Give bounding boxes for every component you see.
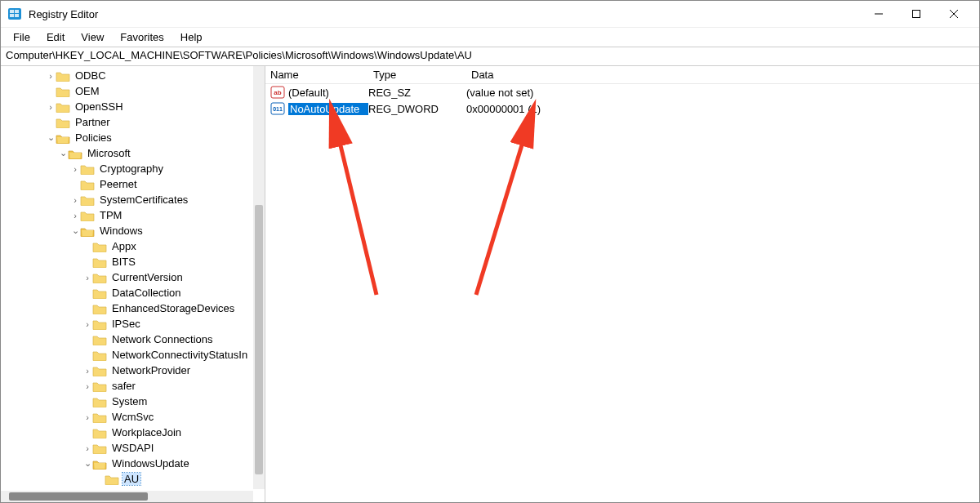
tree-node-system[interactable]: System: [1, 394, 265, 409]
chevron-down-icon: ⌄: [70, 225, 80, 236]
tree-node-windows[interactable]: ⌄Windows: [1, 223, 265, 238]
tree-node-openssh[interactable]: ›OpenSSH: [1, 99, 265, 114]
tree-node-bits[interactable]: BITS: [1, 254, 265, 269]
tree-node-netconn[interactable]: Network Connections: [1, 332, 265, 347]
folder-icon: [92, 365, 107, 376]
close-button[interactable]: [935, 1, 973, 27]
value-row[interactable]: NoAutoUpdate REG_DWORD 0x00000001 (1): [265, 100, 979, 117]
tree-node-safer[interactable]: ›safer: [1, 378, 265, 394]
address-bar[interactable]: Computer\HKEY_LOCAL_MACHINE\SOFTWARE\Pol…: [1, 47, 979, 66]
menu-view[interactable]: View: [74, 29, 111, 45]
values-pane: Name Type Data (Default) REG_SZ (value n…: [265, 66, 979, 502]
menu-file[interactable]: File: [6, 29, 38, 45]
chevron-down-icon: ⌄: [58, 148, 68, 158]
folder-icon: [80, 194, 95, 206]
tree-horizontal-scrollbar[interactable]: [1, 491, 253, 502]
tree-node-cryptography[interactable]: ›Cryptography: [1, 161, 265, 176]
tree-node-wsdapi[interactable]: ›WSDAPI: [1, 440, 265, 456]
chevron-right-icon: ›: [82, 443, 92, 453]
folder-icon: [56, 101, 70, 113]
svg-line-14: [476, 118, 530, 295]
tree-node-policies[interactable]: ⌄Policies: [1, 130, 265, 145]
reg-dword-icon: [270, 102, 285, 115]
registry-tree[interactable]: ›ODBC OEM ›OpenSSH Partner ⌄Policies ⌄Mi…: [1, 66, 265, 489]
value-name: (Default): [288, 87, 368, 99]
chevron-right-icon: ›: [70, 211, 80, 220]
tree-node-currentversion[interactable]: ›CurrentVersion: [1, 269, 265, 285]
folder-icon: [80, 210, 95, 221]
value-type: REG_SZ: [368, 87, 466, 99]
tree-node-odbc[interactable]: ›ODBC: [1, 68, 265, 83]
scrollbar-thumb[interactable]: [255, 205, 263, 474]
folder-open-icon: [92, 458, 107, 470]
reg-sz-icon: [270, 86, 285, 99]
list-header: Name Type Data: [265, 66, 979, 84]
folder-open-icon: [56, 132, 70, 144]
tree-vertical-scrollbar[interactable]: [253, 66, 265, 489]
tree-node-ipsec[interactable]: ›IPSec: [1, 316, 265, 332]
tree-node-windowsupdate[interactable]: ⌄WindowsUpdate: [1, 456, 265, 471]
chevron-right-icon: ›: [70, 195, 80, 205]
registry-editor-window: Registry Editor File Edit View Favorites…: [0, 0, 980, 503]
tree-node-tpm[interactable]: ›TPM: [1, 207, 265, 223]
folder-icon: [92, 272, 107, 283]
tree-node-esd[interactable]: EnhancedStorageDevices: [1, 300, 265, 316]
folder-icon: [92, 443, 107, 454]
chevron-right-icon: ›: [82, 412, 92, 422]
values-list: (Default) REG_SZ (value not set) NoAutoU…: [265, 84, 979, 117]
tree-node-netprovider[interactable]: ›NetworkProvider: [1, 363, 265, 378]
column-header-data[interactable]: Data: [466, 69, 979, 81]
folder-icon: [92, 334, 107, 345]
folder-icon: [92, 412, 107, 423]
value-data: 0x00000001 (1): [466, 103, 979, 115]
value-row[interactable]: (Default) REG_SZ (value not set): [265, 84, 979, 100]
folder-icon: [105, 474, 119, 485]
svg-line-13: [334, 118, 376, 295]
tree-node-microsoft[interactable]: ⌄Microsoft: [1, 145, 265, 161]
tree-node-peernet[interactable]: Peernet: [1, 176, 265, 192]
chevron-right-icon: ›: [70, 164, 80, 174]
chevron-right-icon: ›: [46, 102, 56, 112]
title-bar[interactable]: Registry Editor: [1, 1, 979, 27]
tree-node-partner[interactable]: Partner: [1, 114, 265, 130]
folder-icon: [80, 489, 95, 490]
menu-edit[interactable]: Edit: [39, 29, 72, 45]
folder-icon: [92, 349, 107, 361]
maximize-button[interactable]: [898, 1, 935, 27]
tree-node-netconnstatus[interactable]: NetworkConnectivityStatusIn: [1, 347, 265, 363]
folder-icon: [56, 86, 70, 97]
tree-node-appx[interactable]: Appx: [1, 238, 265, 254]
chevron-down-icon: ⌄: [82, 458, 92, 469]
menu-bar: File Edit View Favorites Help: [1, 27, 979, 47]
tree-node-wcmsvc[interactable]: ›WcmSvc: [1, 409, 265, 425]
minimize-button[interactable]: [860, 1, 898, 27]
svg-rect-10: [913, 11, 920, 18]
window-title: Registry Editor: [29, 8, 860, 20]
chevron-down-icon: ⌄: [46, 132, 56, 143]
folder-icon: [92, 396, 107, 407]
tree-node-workplacejoin[interactable]: WorkplaceJoin: [1, 425, 265, 440]
tree-node-systemcertificates[interactable]: ›SystemCertificates: [1, 192, 265, 207]
chevron-right-icon: ›: [82, 319, 92, 329]
scrollbar-thumb[interactable]: [9, 492, 148, 501]
value-type: REG_DWORD: [368, 103, 466, 115]
folder-icon: [92, 427, 107, 438]
chevron-right-icon: ›: [82, 381, 92, 391]
folder-icon: [92, 303, 107, 314]
value-data: (value not set): [466, 87, 979, 99]
menu-help[interactable]: Help: [173, 29, 210, 45]
folder-icon: [56, 70, 70, 82]
column-header-name[interactable]: Name: [265, 69, 368, 81]
chevron-right-icon: ›: [82, 366, 92, 376]
folder-icon: [80, 179, 95, 190]
tree-node-oem[interactable]: OEM: [1, 83, 265, 99]
workspace: ›ODBC OEM ›OpenSSH Partner ⌄Policies ⌄Mi…: [1, 66, 979, 502]
folder-icon: [92, 241, 107, 252]
tree-node-datacollection[interactable]: DataCollection: [1, 285, 265, 300]
tree-node-au[interactable]: AU: [1, 471, 265, 487]
app-icon: [7, 7, 22, 21]
column-header-type[interactable]: Type: [368, 69, 466, 81]
menu-favorites[interactable]: Favorites: [113, 29, 171, 45]
tree-node-windowsdefender[interactable]: ›Windows Defender: [1, 487, 265, 489]
folder-icon: [92, 256, 107, 268]
